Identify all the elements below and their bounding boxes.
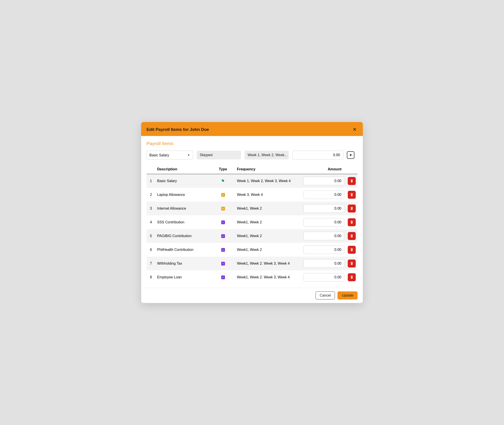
add-button[interactable]: +	[347, 151, 354, 159]
row-action-cell	[346, 243, 357, 257]
row-number: 5	[147, 229, 155, 243]
delete-button[interactable]	[348, 232, 356, 240]
row-amount-cell	[302, 270, 346, 284]
row-frequency: Week1, Week 2	[235, 229, 302, 243]
row-number: 1	[147, 174, 155, 188]
plus-icon: +	[349, 153, 352, 157]
modal-title: Edit Payroll Items for John Doe	[147, 127, 209, 132]
delete-button[interactable]	[348, 259, 356, 267]
trash-icon	[350, 193, 354, 197]
payroll-items-table: Description Type Frequency Amount 1Basic…	[147, 165, 357, 284]
row-number: 2	[147, 188, 155, 202]
row-description: PAGIBIG Contribution	[155, 229, 211, 243]
row-frequency: Week 3, Week 4	[235, 188, 302, 202]
trash-icon	[350, 234, 354, 238]
tag-icon	[221, 179, 225, 182]
col-description: Description	[155, 165, 211, 174]
row-action-cell	[346, 257, 357, 270]
new-amount-input[interactable]	[292, 151, 343, 159]
row-amount-input[interactable]	[304, 259, 344, 268]
col-amount: Amount	[302, 165, 346, 174]
controls-row: Basic Salary ▼ Skipped Week 1, Week 2, W…	[147, 151, 357, 159]
col-type: Type	[211, 165, 235, 174]
row-description: SSS Contribution	[155, 215, 211, 229]
row-type: −	[211, 229, 235, 243]
row-description: Withholding Tax	[155, 257, 211, 270]
delete-button[interactable]	[348, 191, 356, 199]
delete-button[interactable]	[348, 177, 356, 185]
minus-icon: −	[221, 275, 225, 279]
row-description: Laptop Allowance	[155, 188, 211, 202]
close-button[interactable]: ✕	[352, 127, 357, 132]
description-select[interactable]: Basic Salary	[147, 151, 193, 159]
row-action-cell	[346, 215, 357, 229]
trash-icon	[350, 220, 354, 225]
delete-button[interactable]	[348, 273, 356, 281]
row-number: 7	[147, 257, 155, 270]
col-frequency: Frequency	[235, 165, 302, 174]
description-select-wrap: Basic Salary ▼	[147, 151, 193, 159]
row-amount-input[interactable]	[304, 246, 344, 254]
row-action-cell	[346, 174, 357, 188]
frequency-chip[interactable]: Week 1, Week 2, Week...	[245, 151, 289, 159]
type-chip[interactable]: Skipped	[197, 151, 241, 159]
row-amount-input[interactable]	[304, 232, 344, 240]
delete-button[interactable]	[348, 246, 356, 254]
plus-icon: +	[221, 207, 225, 211]
minus-icon: −	[221, 220, 225, 224]
row-amount-cell	[302, 174, 346, 188]
minus-icon: −	[221, 262, 225, 266]
modal-body: Payroll Items Basic Salary ▼ Skipped Wee…	[141, 136, 363, 284]
trash-icon	[350, 179, 354, 183]
row-frequency: Week1, Week 2	[235, 243, 302, 257]
modal-header: Edit Payroll Items for John Doe ✕	[141, 123, 363, 136]
row-frequency: Week1, Week 2. Week 3, Week 4	[235, 270, 302, 284]
row-type: −	[211, 270, 235, 284]
type-chip-label: Skipped	[200, 153, 213, 157]
table-row: 8Employee Loan−Week1, Week 2. Week 3, We…	[147, 270, 357, 284]
table-row: 4SSS Contribution−Week1, Week 2	[147, 215, 357, 229]
row-type	[211, 174, 235, 188]
close-icon: ✕	[353, 127, 357, 132]
row-type: −	[211, 215, 235, 229]
row-type: +	[211, 202, 235, 215]
table-row: 5PAGIBIG Contribution−Week1, Week 2	[147, 229, 357, 243]
row-type: +	[211, 188, 235, 202]
row-number: 4	[147, 215, 155, 229]
col-number	[147, 165, 155, 174]
row-action-cell	[346, 229, 357, 243]
update-button[interactable]: Update	[337, 292, 357, 299]
row-amount-input[interactable]	[304, 177, 344, 185]
col-action	[346, 165, 357, 174]
row-number: 3	[147, 202, 155, 215]
row-amount-input[interactable]	[304, 191, 344, 199]
row-frequency: Week1, Week 2	[235, 202, 302, 215]
cancel-button[interactable]: Cancel	[316, 292, 335, 299]
row-action-cell	[346, 270, 357, 284]
trash-icon	[350, 206, 354, 211]
row-type: −	[211, 243, 235, 257]
row-number: 8	[147, 270, 155, 284]
table-row: 7Withholding Tax−Week1, Week 2. Week 3, …	[147, 257, 357, 270]
plus-icon: +	[221, 193, 225, 197]
row-amount-cell	[302, 243, 346, 257]
row-frequency: Week 1, Week 2, Week 3, Week 4	[235, 174, 302, 188]
row-description: Internet Allowance	[155, 202, 211, 215]
minus-icon: −	[221, 248, 225, 252]
row-amount-cell	[302, 202, 346, 215]
table-row: 6PhilHealth Contribution−Week1, Week 2	[147, 243, 357, 257]
delete-button[interactable]	[348, 218, 356, 226]
table-row: 3Internet Allowance+Week1, Week 2	[147, 202, 357, 215]
row-amount-input[interactable]	[304, 273, 344, 281]
table-row: 1Basic SalaryWeek 1, Week 2, Week 3, Wee…	[147, 174, 357, 188]
trash-icon	[350, 275, 354, 279]
delete-button[interactable]	[348, 205, 356, 212]
minus-icon: −	[221, 234, 225, 238]
row-amount-input[interactable]	[304, 204, 344, 213]
row-amount-cell	[302, 229, 346, 243]
section-title: Payroll Items	[147, 141, 357, 146]
row-frequency: Week1, Week 2. Week 3, Week 4	[235, 257, 302, 270]
row-amount-input[interactable]	[304, 218, 344, 226]
row-type: −	[211, 257, 235, 270]
table-row: 2Laptop Allowance+Week 3, Week 4	[147, 188, 357, 202]
